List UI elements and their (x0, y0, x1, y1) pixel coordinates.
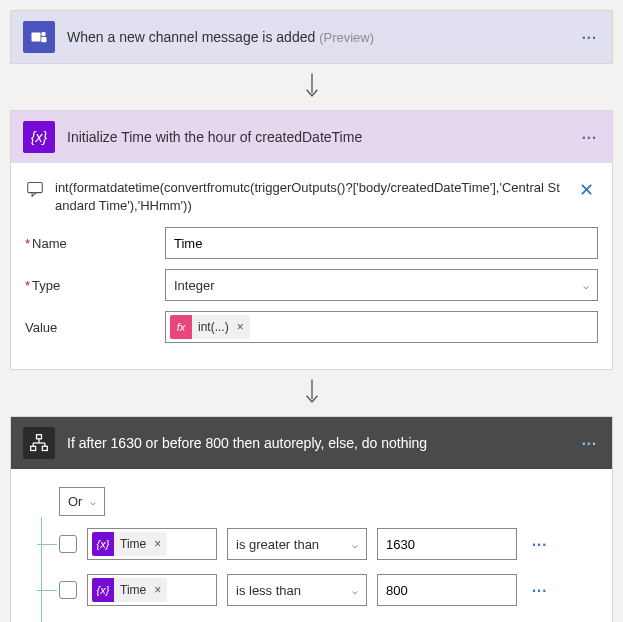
condition-menu-button[interactable]: ··· (577, 432, 600, 454)
condition-row: {x} Time × is greater than ⌵ ··· (59, 528, 590, 560)
condition-rows: {x} Time × is greater than ⌵ ··· {x} (33, 528, 590, 606)
expression-text: int(formatdatetime(convertfromutc(trigge… (55, 179, 565, 215)
chevron-down-icon: ⌵ (352, 539, 358, 550)
group-operator-value: Or (68, 494, 82, 509)
operator-value: is greater than (236, 537, 319, 552)
flow-arrow-icon (10, 370, 613, 416)
svg-rect-4 (28, 182, 43, 192)
fx-icon: fx (170, 315, 192, 339)
condition-icon (23, 427, 55, 459)
init-title: Initialize Time with the hour of created… (67, 129, 577, 145)
value-token: fx int(...) × (170, 315, 250, 339)
type-label: *Type (25, 278, 165, 293)
name-label: *Name (25, 236, 165, 251)
row-checkbox[interactable] (59, 535, 77, 553)
init-header[interactable]: {x} Initialize Time with the hour of cre… (11, 111, 612, 163)
variable-token: {x} Time × (92, 532, 167, 556)
operator-select[interactable]: is less than ⌵ (227, 574, 367, 606)
init-body: int(formatdatetime(convertfromutc(trigge… (11, 163, 612, 369)
teams-icon (23, 21, 55, 53)
token-remove-button[interactable]: × (152, 583, 167, 597)
type-value: Integer (174, 278, 214, 293)
group-operator-select[interactable]: Or ⌵ (59, 487, 105, 516)
value-label: Value (25, 320, 165, 335)
init-menu-button[interactable]: ··· (577, 126, 600, 148)
row-menu-button[interactable]: ··· (527, 579, 550, 601)
value-input[interactable]: fx int(...) × (165, 311, 598, 343)
chevron-down-icon: ⌵ (90, 496, 96, 507)
chevron-down-icon: ⌵ (583, 280, 589, 291)
svg-rect-11 (31, 447, 36, 451)
comment-icon (25, 181, 45, 200)
tree-line (41, 517, 42, 622)
trigger-card: When a new channel message is added (Pre… (10, 10, 613, 64)
row-menu-button[interactable]: ··· (527, 533, 550, 555)
trigger-header[interactable]: When a new channel message is added (Pre… (11, 11, 612, 63)
trigger-title: When a new channel message is added (Pre… (67, 29, 577, 45)
svg-rect-2 (41, 37, 46, 42)
variable-token-icon: {x} (92, 532, 114, 556)
trigger-menu-button[interactable]: ··· (577, 26, 600, 48)
operator-value: is less than (236, 583, 301, 598)
variable-icon: {x} (23, 121, 55, 153)
init-variable-card: {x} Initialize Time with the hour of cre… (10, 110, 613, 370)
name-row: *Name (25, 227, 598, 259)
condition-header[interactable]: If after 1630 or before 800 then autorep… (11, 417, 612, 469)
operand-right-input[interactable] (377, 528, 517, 560)
row-checkbox[interactable] (59, 581, 77, 599)
token-remove-button[interactable]: × (235, 320, 250, 334)
expression-close-button[interactable]: ✕ (575, 179, 598, 201)
name-input[interactable] (165, 227, 598, 259)
operator-select[interactable]: is greater than ⌵ (227, 528, 367, 560)
preview-badge: (Preview) (319, 30, 374, 45)
svg-rect-12 (42, 447, 47, 451)
type-row: *Type Integer ⌵ (25, 269, 598, 301)
token-label: int(...) (192, 320, 235, 334)
chevron-down-icon: ⌵ (352, 585, 358, 596)
svg-rect-0 (32, 33, 41, 42)
value-row: Value fx int(...) × (25, 311, 598, 343)
svg-rect-6 (37, 435, 42, 439)
operand-right-input[interactable] (377, 574, 517, 606)
svg-point-1 (41, 32, 46, 37)
variable-token-icon: {x} (92, 578, 114, 602)
operand-left-input[interactable]: {x} Time × (87, 528, 217, 560)
type-select[interactable]: Integer ⌵ (165, 269, 598, 301)
condition-title: If after 1630 or before 800 then autorep… (67, 435, 577, 451)
operand-left-input[interactable]: {x} Time × (87, 574, 217, 606)
token-label: Time (114, 583, 152, 597)
condition-card: If after 1630 or before 800 then autorep… (10, 416, 613, 622)
expression-peek: int(formatdatetime(convertfromutc(trigge… (25, 173, 598, 227)
token-remove-button[interactable]: × (152, 537, 167, 551)
variable-token: {x} Time × (92, 578, 167, 602)
token-label: Time (114, 537, 152, 551)
condition-row: {x} Time × is less than ⌵ ··· (59, 574, 590, 606)
flow-arrow-icon (10, 64, 613, 110)
condition-body: Or ⌵ {x} Time × is greater than ⌵ ··· (11, 469, 612, 622)
